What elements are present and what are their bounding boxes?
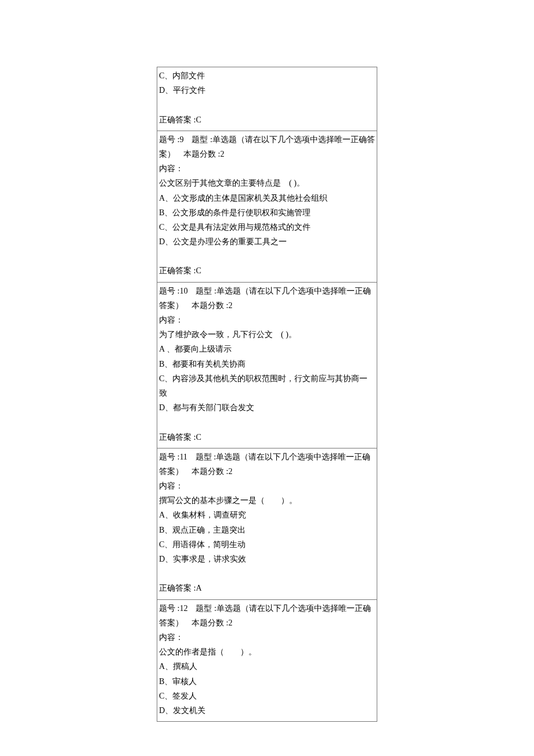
question-9: 题号 :9 题型 :单选题（请在以下几个选项中选择唯一正确答案） 本题分数 :2… [157, 131, 377, 283]
question-block: C、内部文件 D、平行文件 正确答案 :C 题号 :9 题型 :单选题（请在以下… [157, 67, 377, 722]
answer: 正确答案 :C [159, 430, 375, 444]
option-a: A、收集材料，调查研究 [159, 508, 375, 522]
content-label: 内容： [159, 479, 375, 493]
question-header: 题号 :11 题型 :单选题（请在以下几个选项中选择唯一正确答案） 本题分数 :… [159, 450, 375, 479]
question-header: 题号 :10 题型 :单选题（请在以下几个选项中选择唯一正确答案） 本题分数 :… [159, 284, 375, 313]
option-b: B、公文形成的条件是行使职权和实施管理 [159, 205, 375, 220]
answer: 正确答案 :C [159, 263, 375, 278]
question-11: 题号 :11 题型 :单选题（请在以下几个选项中选择唯一正确答案） 本题分数 :… [157, 448, 377, 600]
question-stem: 公文的作者是指（ ）。 [159, 645, 375, 659]
answer: 正确答案 :A [159, 581, 375, 595]
option-c: C、内部文件 [159, 68, 375, 83]
question-header: 题号 :9 题型 :单选题（请在以下几个选项中选择唯一正确答案） 本题分数 :2 [159, 132, 375, 161]
option-b: B、都要和有关机关协商 [159, 357, 375, 371]
option-c: C、用语得体，简明生动 [159, 537, 375, 552]
option-c: C、签发人 [159, 689, 375, 703]
question-header: 题号 :12 题型 :单选题（请在以下几个选项中选择唯一正确答案） 本题分数 :… [159, 601, 375, 630]
content-label: 内容： [159, 313, 375, 327]
question-stem: 为了维护政令一致，凡下行公文 ( )。 [159, 327, 375, 342]
option-a: A 、都要向上级请示 [159, 342, 375, 356]
question-8-tail: C、内部文件 D、平行文件 正确答案 :C [157, 67, 377, 131]
option-d: D、都与有关部门联合发文 [159, 400, 375, 415]
question-10: 题号 :10 题型 :单选题（请在以下几个选项中选择唯一正确答案） 本题分数 :… [157, 283, 377, 448]
page: C、内部文件 D、平行文件 正确答案 :C 题号 :9 题型 :单选题（请在以下… [0, 0, 534, 756]
content-label: 内容： [159, 630, 375, 645]
content-label: 内容： [159, 161, 375, 176]
question-12: 题号 :12 题型 :单选题（请在以下几个选项中选择唯一正确答案） 本题分数 :… [157, 600, 377, 722]
answer: 正确答案 :C [159, 113, 375, 127]
option-a: A、公文形成的主体是国家机关及其他社会组织 [159, 191, 375, 205]
option-b: B、审核人 [159, 674, 375, 689]
option-c: C、公文是具有法定效用与规范格式的文件 [159, 220, 375, 234]
option-c: C、内容涉及其他机关的职权范围时，行文前应与其协商一致 [159, 371, 375, 400]
option-d: D、实事求是，讲求实效 [159, 552, 375, 566]
question-stem: 公文区别于其他文章的主要特点是 ( )。 [159, 176, 375, 190]
option-d: D、发文机关 [159, 703, 375, 718]
question-stem: 撰写公文的基本步骤之一是（ ）。 [159, 493, 375, 508]
option-d: D、公文是办理公务的重要工具之一 [159, 234, 375, 249]
option-d: D、平行文件 [159, 83, 375, 97]
option-b: B、观点正确，主题突出 [159, 523, 375, 537]
option-a: A、撰稿人 [159, 659, 375, 674]
